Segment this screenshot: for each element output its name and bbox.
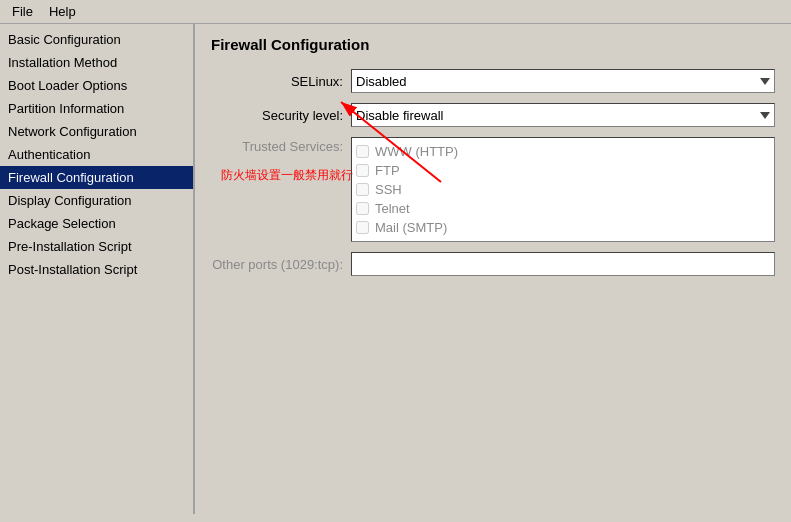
- sidebar-item-network-configuration[interactable]: Network Configuration: [0, 120, 193, 143]
- service-ftp: FTP: [356, 161, 770, 180]
- sidebar-item-post-installation-script[interactable]: Post-Installation Script: [0, 258, 193, 281]
- selinux-row: SELinux: Disabled Enforcing Permissive: [211, 69, 775, 93]
- ftp-label: FTP: [375, 163, 400, 178]
- security-level-select[interactable]: Disable firewall Enabled No firewall: [351, 103, 775, 127]
- other-ports-input[interactable]: [351, 252, 775, 276]
- service-telnet: Telnet: [356, 199, 770, 218]
- www-checkbox[interactable]: [356, 145, 369, 158]
- service-www: WWW (HTTP): [356, 142, 770, 161]
- mail-label: Mail (SMTP): [375, 220, 447, 235]
- menu-bar: File Help: [0, 0, 791, 24]
- trusted-services-box: WWW (HTTP) FTP SSH Telnet Mail (SMTP): [351, 137, 775, 242]
- sidebar-item-basic-configuration[interactable]: Basic Configuration: [0, 28, 193, 51]
- trusted-services-row: Trusted Services: WWW (HTTP) FTP SSH Tel…: [211, 137, 775, 242]
- selinux-label: SELinux:: [211, 74, 351, 89]
- sidebar-item-firewall-configuration[interactable]: Firewall Configuration: [0, 166, 193, 189]
- annotation-text: 防火墙设置一般禁用就行: [221, 167, 353, 184]
- service-mail: Mail (SMTP): [356, 218, 770, 237]
- ssh-label: SSH: [375, 182, 402, 197]
- security-level-row: Security level: Disable firewall Enabled…: [211, 103, 775, 127]
- help-menu[interactable]: Help: [41, 2, 84, 21]
- www-label: WWW (HTTP): [375, 144, 458, 159]
- page-title: Firewall Configuration: [211, 36, 775, 53]
- sidebar-item-installation-method[interactable]: Installation Method: [0, 51, 193, 74]
- sidebar-item-partition-information[interactable]: Partition Information: [0, 97, 193, 120]
- mail-checkbox[interactable]: [356, 221, 369, 234]
- security-level-label: Security level:: [211, 108, 351, 123]
- sidebar-item-display-configuration[interactable]: Display Configuration: [0, 189, 193, 212]
- selinux-select[interactable]: Disabled Enforcing Permissive: [351, 69, 775, 93]
- sidebar-item-boot-loader-options[interactable]: Boot Loader Options: [0, 74, 193, 97]
- content-area: Firewall Configuration SELinux: Disabled…: [195, 24, 791, 514]
- sidebar-item-authentication[interactable]: Authentication: [0, 143, 193, 166]
- sidebar-item-package-selection[interactable]: Package Selection: [0, 212, 193, 235]
- other-ports-label: Other ports (1029:tcp):: [211, 257, 351, 272]
- sidebar: Basic Configuration Installation Method …: [0, 24, 195, 514]
- service-ssh: SSH: [356, 180, 770, 199]
- sidebar-item-pre-installation-script[interactable]: Pre-Installation Script: [0, 235, 193, 258]
- ssh-checkbox[interactable]: [356, 183, 369, 196]
- other-ports-row: Other ports (1029:tcp):: [211, 252, 775, 276]
- trusted-services-label: Trusted Services:: [211, 137, 351, 242]
- telnet-checkbox[interactable]: [356, 202, 369, 215]
- ftp-checkbox[interactable]: [356, 164, 369, 177]
- telnet-label: Telnet: [375, 201, 410, 216]
- main-container: Basic Configuration Installation Method …: [0, 24, 791, 514]
- file-menu[interactable]: File: [4, 2, 41, 21]
